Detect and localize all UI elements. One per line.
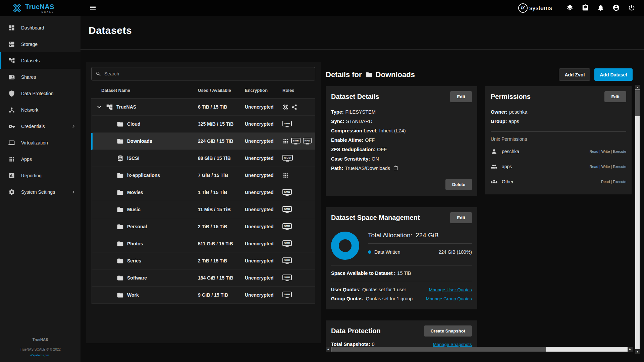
cell-used-available: 511 GiB / 15 TiB bbox=[198, 241, 245, 246]
details-header: Details for Downloads Add Zvol Add Datas… bbox=[326, 68, 633, 81]
brand-text: TrueNAS SCALE bbox=[25, 3, 54, 13]
cell-name: ix-applications bbox=[93, 172, 198, 179]
group-value: apps bbox=[508, 119, 519, 124]
sidebar-item-shares[interactable]: Shares bbox=[0, 69, 80, 85]
dataset-name: iSCSI bbox=[127, 156, 140, 161]
brand-sub: SCALE bbox=[42, 11, 54, 13]
sidebar-item-virtualization[interactable]: Virtualization bbox=[0, 134, 80, 151]
manage-snapshots-link[interactable]: Manage Snapshots bbox=[433, 342, 472, 347]
dataset-details-card: Dataset Details Edit Type:FILESYSTEMSync… bbox=[326, 86, 477, 196]
sidebar-item-credentials[interactable]: Credentials bbox=[0, 118, 80, 134]
brand-name: TrueNAS bbox=[25, 3, 54, 10]
cell-roles: SMB bbox=[282, 121, 315, 128]
folder-icon bbox=[117, 240, 124, 247]
dataset-row-movies[interactable]: Movies1 TiB / 15 TiBUnencryptedSMB bbox=[91, 184, 315, 201]
dataset-row-personal[interactable]: Personal2 TiB / 15 TiBUnencryptedSMB bbox=[91, 218, 315, 235]
apps-icon bbox=[282, 172, 289, 179]
sidebar-item-system-settings[interactable]: System Settings bbox=[0, 184, 80, 200]
folder-icon bbox=[117, 172, 124, 179]
field-label: Enable Atime: bbox=[331, 137, 363, 143]
copy-icon[interactable] bbox=[393, 166, 398, 171]
scrollbar-track[interactable] bbox=[331, 347, 628, 352]
cell-roles: SMB bbox=[282, 292, 315, 299]
column-encryption: Encryption bbox=[245, 88, 282, 93]
sidebar-item-network[interactable]: Network bbox=[0, 102, 80, 118]
truecommand-button[interactable] bbox=[566, 4, 574, 12]
sidebar-item-storage[interactable]: Storage bbox=[0, 36, 80, 52]
cell-name: Downloads bbox=[93, 138, 198, 145]
permission-entries: peschkaRead | Write | ExecuteappsRead | … bbox=[491, 144, 626, 189]
cell-roles: SMB bbox=[282, 206, 315, 213]
edit-dataset-details-button[interactable]: Edit bbox=[450, 91, 472, 102]
dataset-row-ix-applications[interactable]: ix-applications7 GiB / 15 TiBUnencrypted bbox=[91, 167, 315, 184]
folder-icon bbox=[117, 292, 124, 299]
create-snapshot-button[interactable]: Create Snapshot bbox=[424, 325, 472, 337]
dataset-row-iscsi[interactable]: iSCSI88 GiB / 15 TiBUnencryptediSCSI bbox=[91, 150, 315, 167]
key-icon bbox=[8, 123, 15, 130]
edit-permissions-button[interactable]: Edit bbox=[604, 91, 626, 102]
sidebar-item-apps[interactable]: Apps bbox=[0, 151, 80, 167]
dataset-row-photos[interactable]: Photos511 GiB / 15 TiBUnencryptedSMB bbox=[91, 235, 315, 252]
role-badge-smb: SMB bbox=[282, 223, 292, 229]
dataset-row-series[interactable]: Series2 TiB / 15 TiBUnencryptedSMB bbox=[91, 252, 315, 269]
scroll-up-arrow[interactable]: ▲ bbox=[635, 85, 640, 89]
dataset-row-downloads[interactable]: Downloads224 GiB / 15 TiBUnencryptedSMBN… bbox=[91, 133, 315, 150]
dataset-row-software[interactable]: Software184 GiB / 15 TiBUnencryptedSMB bbox=[91, 269, 315, 287]
footer-ixsystems-link[interactable]: iXsystems, Inc. bbox=[0, 353, 80, 358]
notifications-button[interactable] bbox=[597, 4, 604, 12]
dataset-row-truenas[interactable]: TrueNAS6 TiB / 15 TiBUnencrypted bbox=[91, 99, 315, 116]
scrollbar-track[interactable] bbox=[635, 89, 640, 349]
cell-name: Photos bbox=[93, 240, 198, 247]
manage-user-quotas-link[interactable]: Manage User Quotas bbox=[429, 285, 472, 294]
cell-encryption: Unencrypted bbox=[245, 138, 282, 144]
permission-entry-name: Other bbox=[502, 179, 514, 184]
chevron-down-icon[interactable] bbox=[95, 103, 103, 111]
card-header: Dataset Space Management Edit bbox=[326, 207, 477, 228]
permission-entry-perms: Read | Execute bbox=[601, 180, 626, 184]
cell-encryption: Unencrypted bbox=[245, 207, 282, 212]
total-allocation-row: Total Allocation:224 GiB bbox=[368, 229, 472, 244]
jobs-button[interactable] bbox=[582, 4, 589, 12]
legend-dot bbox=[368, 250, 371, 254]
cell-roles: SMB bbox=[282, 189, 315, 196]
sidebar-item-datasets[interactable]: Datasets bbox=[0, 52, 80, 69]
cell-encryption: Unencrypted bbox=[245, 190, 282, 195]
card-title: Dataset Details bbox=[331, 93, 379, 101]
power-button[interactable] bbox=[628, 4, 635, 12]
scrollbar-thumb[interactable] bbox=[331, 347, 546, 352]
apps-icon bbox=[8, 156, 15, 163]
ixsystems-logo: iX systems bbox=[518, 3, 552, 13]
delete-dataset-button[interactable]: Delete bbox=[445, 179, 472, 190]
page-header: Datasets bbox=[80, 16, 644, 50]
dataset-row-cloud[interactable]: Cloud325 MiB / 15 TiBUnencryptedSMB bbox=[91, 116, 315, 133]
dataset-row-work[interactable]: Work9 GiB / 15 TiBUnencryptedSMB bbox=[91, 287, 315, 304]
add-zvol-button[interactable]: Add Zvol bbox=[559, 68, 590, 81]
vertical-scrollbar[interactable]: ▲ ▼ bbox=[635, 85, 640, 354]
monitor-icon bbox=[8, 139, 15, 146]
horizontal-scrollbar[interactable]: ◀ ▶ bbox=[326, 347, 633, 352]
scrollbar-thumb[interactable] bbox=[635, 90, 640, 116]
add-dataset-button[interactable]: Add Dataset bbox=[594, 68, 633, 81]
account-button[interactable] bbox=[612, 4, 620, 12]
search-input[interactable] bbox=[104, 71, 311, 76]
field-label: Compression Level: bbox=[331, 128, 378, 133]
scroll-down-arrow[interactable]: ▼ bbox=[635, 349, 640, 354]
dataset-row-music[interactable]: Music11 MiB / 15 TiBUnencryptedSMB bbox=[91, 201, 315, 218]
data-protection-card: Data Protection Create Snapshot Total Sn… bbox=[326, 320, 477, 347]
sidebar-item-label: Data Protection bbox=[21, 91, 54, 96]
cell-encryption: Unencrypted bbox=[245, 173, 282, 178]
hamburger-icon bbox=[89, 4, 97, 11]
sidebar-item-reporting[interactable]: Reporting bbox=[0, 167, 80, 184]
scroll-left-arrow[interactable]: ◀ bbox=[326, 347, 331, 352]
manage-group-quotas-link[interactable]: Manage Group Quotas bbox=[426, 294, 472, 303]
role-badge-smb: SMB bbox=[282, 121, 292, 126]
truenas-app: TrueNAS SCALE iX systems DashboardStorag… bbox=[0, 0, 644, 362]
scroll-right-arrow[interactable]: ▶ bbox=[628, 347, 633, 352]
dataset-rows: TrueNAS6 TiB / 15 TiBUnencryptedCloud325… bbox=[91, 99, 315, 304]
edit-space-management-button[interactable]: Edit bbox=[450, 212, 472, 223]
sidebar-item-dashboard[interactable]: Dashboard bbox=[0, 19, 80, 36]
menu-toggle-button[interactable] bbox=[89, 4, 97, 12]
permission-entry-other: OtherRead | Execute bbox=[491, 174, 626, 189]
sidebar-item-data-protection[interactable]: Data Protection bbox=[0, 85, 80, 102]
quota-rows: User Quotas: Quotas set for 1 user Manag… bbox=[331, 281, 472, 309]
